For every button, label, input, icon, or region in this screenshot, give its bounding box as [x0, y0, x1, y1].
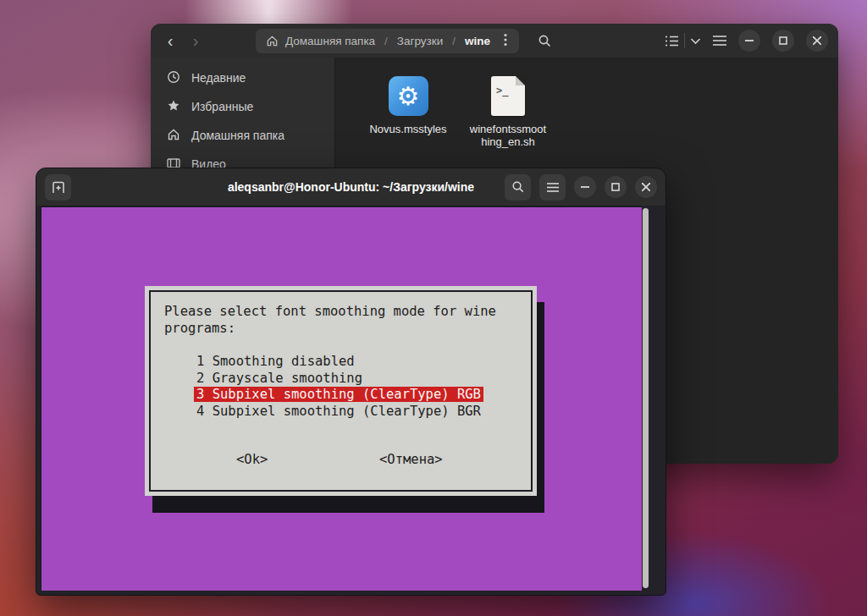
terminal-prompt-glyph: >_ [496, 85, 508, 96]
terminal-menu-button[interactable] [539, 174, 566, 201]
dialog-message-line2: programs: [164, 321, 235, 336]
sidebar-item-home[interactable]: Домашняя папка [151, 121, 334, 150]
dialog-options: 1 Smoothing disabled 2 Grayscale smoothi… [164, 354, 483, 420]
breadcrumb-separator: / [382, 35, 390, 47]
search-icon[interactable] [538, 34, 552, 48]
sidebar-item-recent[interactable]: Недавние [151, 63, 334, 92]
shell-script-icon: >_ [491, 76, 525, 116]
terminal-minimize-button[interactable] [574, 176, 596, 198]
menu-option-4[interactable]: 4 Subpixel smoothing (ClearType) BGR [164, 404, 483, 421]
file-manager-headerbar: ‹ › Домашняя папка / Загрузки / wine [151, 24, 838, 58]
back-button[interactable]: ‹ [161, 32, 179, 49]
close-button[interactable] [806, 30, 828, 52]
home-icon [167, 128, 180, 144]
view-mode-selector[interactable] [665, 33, 701, 48]
terminal-close-button[interactable] [635, 176, 657, 198]
hamburger-menu-icon[interactable] [713, 36, 726, 46]
dialog-message: Please select font smoothing mode for wi… [164, 304, 496, 337]
cancel-button[interactable]: <Отмена> [379, 452, 443, 467]
gear-icon: ⚙ [397, 84, 420, 109]
terminal-search-button[interactable] [505, 174, 531, 201]
sidebar-item-label: Недавние [191, 71, 246, 85]
settings-file-icon: ⚙ [389, 76, 428, 116]
file-name: winefontssmoothing_en.sh [467, 123, 549, 148]
sidebar-item-label: Избранные [191, 100, 253, 113]
menu-option-1[interactable]: 1 Smoothing disabled [164, 354, 483, 371]
maximize-button[interactable] [772, 30, 794, 52]
menu-option-3-selected[interactable]: 3 Subpixel smoothing (ClearType) RGB [164, 387, 483, 404]
whiptail-dialog: Please select font smoothing mode for wi… [145, 286, 537, 496]
breadcrumb[interactable]: Домашняя папка / Загрузки / wine [256, 29, 519, 53]
divider [684, 33, 685, 48]
star-icon [167, 99, 180, 115]
file-name: Novus.msstyles [369, 123, 446, 135]
kebab-menu-icon[interactable] [497, 33, 514, 49]
terminal-maximize-button[interactable] [605, 176, 627, 198]
home-icon [266, 35, 279, 47]
chevron-down-icon[interactable] [690, 37, 701, 45]
terminal-window: aleqsanbr@Honor-Ubuntu: ~/Загрузки/wine [36, 168, 666, 596]
new-tab-button[interactable] [45, 174, 71, 201]
terminal-headerbar: aleqsanbr@Honor-Ubuntu: ~/Загрузки/wine [36, 168, 665, 206]
breadcrumb-home[interactable]: Домашняя папка [285, 35, 375, 47]
minimize-button[interactable] [738, 30, 760, 52]
list-view-icon[interactable] [665, 35, 679, 47]
sidebar-item-label: Домашняя папка [191, 129, 284, 142]
file-winefontssmoothing-script[interactable]: >_ winefontssmoothing_en.sh [467, 76, 549, 148]
page-fold [516, 76, 525, 85]
forward-button[interactable]: › [186, 32, 205, 49]
file-novus-msstyles[interactable]: ⚙ Novus.msstyles [367, 76, 449, 135]
breadcrumb-separator: / [450, 35, 458, 47]
dialog-message-line1: Please select font smoothing mode for wi… [164, 304, 496, 319]
clock-icon [167, 70, 180, 86]
ok-button[interactable]: <Ok> [236, 452, 268, 467]
sidebar-item-starred[interactable]: Избранные [151, 92, 334, 121]
menu-option-2[interactable]: 2 Grayscale smoothing [164, 371, 483, 388]
breadcrumb-downloads[interactable]: Загрузки [397, 35, 443, 47]
terminal-scrollbar[interactable] [643, 208, 649, 588]
breadcrumb-current-wine[interactable]: wine [465, 35, 490, 47]
